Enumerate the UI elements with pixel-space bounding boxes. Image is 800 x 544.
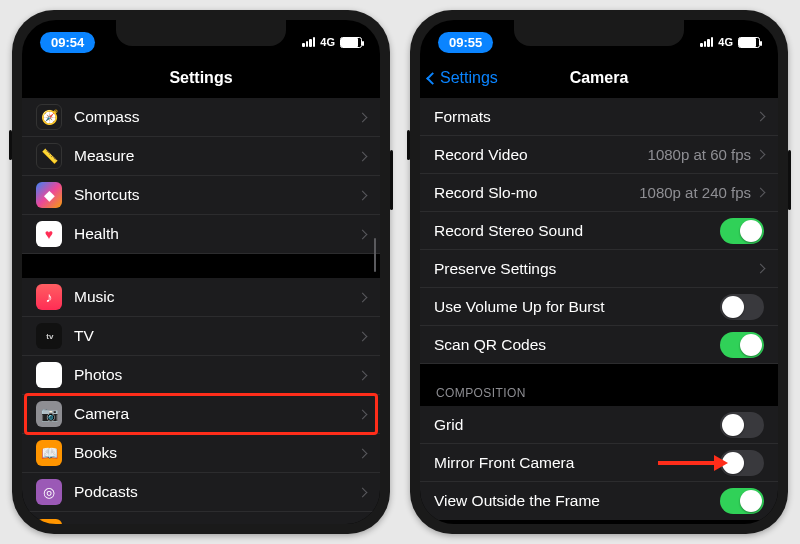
settings-row-compass[interactable]: 🧭Compass: [22, 98, 380, 137]
setting-row[interactable]: Preserve Settings: [420, 250, 778, 288]
back-label: Settings: [440, 69, 498, 87]
toggle-knob: [722, 452, 744, 474]
row-value: 1080p at 60 fps: [648, 146, 751, 163]
row-label: Books: [74, 444, 359, 462]
section-gap: [22, 254, 380, 278]
measure-icon: 📏: [36, 143, 62, 169]
row-label: Podcasts: [74, 483, 359, 501]
music-icon: ♪: [36, 284, 62, 310]
chevron-right-icon: [358, 229, 368, 239]
screen-right: 09:55 4G Settings Camera FormatsRecord V…: [420, 20, 778, 524]
status-right: 4G: [700, 36, 760, 48]
status-time: 09:54: [40, 32, 95, 53]
tv-icon: tv: [36, 323, 62, 349]
camera-settings-list[interactable]: FormatsRecord Video1080p at 60 fpsRecord…: [420, 98, 778, 520]
settings-row-podcasts[interactable]: ◎Podcasts: [22, 473, 380, 512]
health-icon: ♥: [36, 221, 62, 247]
toggle-switch[interactable]: [720, 332, 764, 358]
settings-list[interactable]: 🧭Compass📏Measure◆Shortcuts♥Health♪Music …: [22, 98, 380, 524]
camera-icon: 📷: [36, 401, 62, 427]
status-time: 09:55: [438, 32, 493, 53]
shortcuts-icon: ◆: [36, 182, 62, 208]
setting-row[interactable]: Grid: [420, 406, 778, 444]
row-label: Compass: [74, 108, 359, 126]
settings-row-books[interactable]: 📖Books: [22, 434, 380, 473]
podcasts-icon: ◎: [36, 479, 62, 505]
status-right: 4G: [302, 36, 362, 48]
toggle-switch[interactable]: [720, 294, 764, 320]
network-label: 4G: [320, 36, 335, 48]
toggle-knob: [740, 220, 762, 242]
row-label: Record Stereo Sound: [434, 222, 720, 240]
row-label: Scan QR Codes: [434, 336, 720, 354]
toggle-switch[interactable]: [720, 218, 764, 244]
setting-row[interactable]: Use Volume Up for Burst: [420, 288, 778, 326]
row-label: Formats: [434, 108, 757, 126]
setting-row[interactable]: Mirror Front Camera: [420, 444, 778, 482]
chevron-right-icon: [358, 448, 368, 458]
row-label: Use Volume Up for Burst: [434, 298, 720, 316]
battery-icon: [738, 37, 760, 48]
settings-row-tv[interactable]: tvTV: [22, 317, 380, 356]
settings-row-shortcuts[interactable]: ◆Shortcuts: [22, 176, 380, 215]
chevron-right-icon: [756, 264, 766, 274]
phone-left: 09:54 4G Settings 🧭Compass📏Measure◆Short…: [12, 10, 390, 534]
chevron-right-icon: [358, 112, 368, 122]
row-label: Mirror Front Camera: [434, 454, 720, 472]
toggle-knob: [740, 490, 762, 512]
row-label: Camera: [74, 405, 359, 423]
photos-icon: ✿: [36, 362, 62, 388]
chevron-right-icon: [358, 292, 368, 302]
row-label: Record Slo-mo: [434, 184, 639, 202]
row-label: iTunes U: [74, 523, 359, 525]
setting-row[interactable]: Record Slo-mo1080p at 240 fps: [420, 174, 778, 212]
books-icon: 📖: [36, 440, 62, 466]
chevron-right-icon: [756, 188, 766, 198]
setting-row[interactable]: View Outside the Frame: [420, 482, 778, 520]
navbar: Settings Camera: [420, 58, 778, 98]
toggle-switch[interactable]: [720, 412, 764, 438]
toggle-knob: [740, 334, 762, 356]
setting-row[interactable]: Record Stereo Sound: [420, 212, 778, 250]
row-label: Music: [74, 288, 359, 306]
chevron-left-icon: [426, 72, 439, 85]
settings-row-itunesu[interactable]: 🎓iTunes U: [22, 512, 380, 524]
row-label: View Outside the Frame: [434, 492, 720, 510]
section-header-composition: COMPOSITION: [420, 364, 778, 406]
chevron-right-icon: [358, 331, 368, 341]
screen-left: 09:54 4G Settings 🧭Compass📏Measure◆Short…: [22, 20, 380, 524]
chevron-right-icon: [358, 370, 368, 380]
phone-right: 09:55 4G Settings Camera FormatsRecord V…: [410, 10, 788, 534]
row-value: 1080p at 240 fps: [639, 184, 751, 201]
scroll-indicator: [374, 238, 377, 272]
page-title: Settings: [22, 69, 380, 87]
setting-row[interactable]: Scan QR Codes: [420, 326, 778, 364]
row-label: Shortcuts: [74, 186, 359, 204]
compass-icon: 🧭: [36, 104, 62, 130]
row-label: Health: [74, 225, 359, 243]
navbar: Settings: [22, 58, 380, 98]
chevron-right-icon: [756, 112, 766, 122]
battery-icon: [340, 37, 362, 48]
toggle-knob: [722, 414, 744, 436]
back-button[interactable]: Settings: [420, 69, 498, 87]
settings-row-camera[interactable]: 📷Camera: [22, 395, 380, 434]
settings-row-photos[interactable]: ✿Photos: [22, 356, 380, 395]
chevron-right-icon: [756, 150, 766, 160]
row-label: TV: [74, 327, 359, 345]
row-label: Preserve Settings: [434, 260, 757, 278]
chevron-right-icon: [358, 151, 368, 161]
toggle-knob: [722, 296, 744, 318]
setting-row[interactable]: Formats: [420, 98, 778, 136]
toggle-switch[interactable]: [720, 488, 764, 514]
setting-row[interactable]: Record Video1080p at 60 fps: [420, 136, 778, 174]
notch: [116, 20, 286, 46]
settings-row-measure[interactable]: 📏Measure: [22, 137, 380, 176]
network-label: 4G: [718, 36, 733, 48]
settings-row-music[interactable]: ♪Music: [22, 278, 380, 317]
settings-row-health[interactable]: ♥Health: [22, 215, 380, 254]
signal-icon: [700, 37, 713, 47]
row-label: Photos: [74, 366, 359, 384]
toggle-switch[interactable]: [720, 450, 764, 476]
row-label: Record Video: [434, 146, 648, 164]
